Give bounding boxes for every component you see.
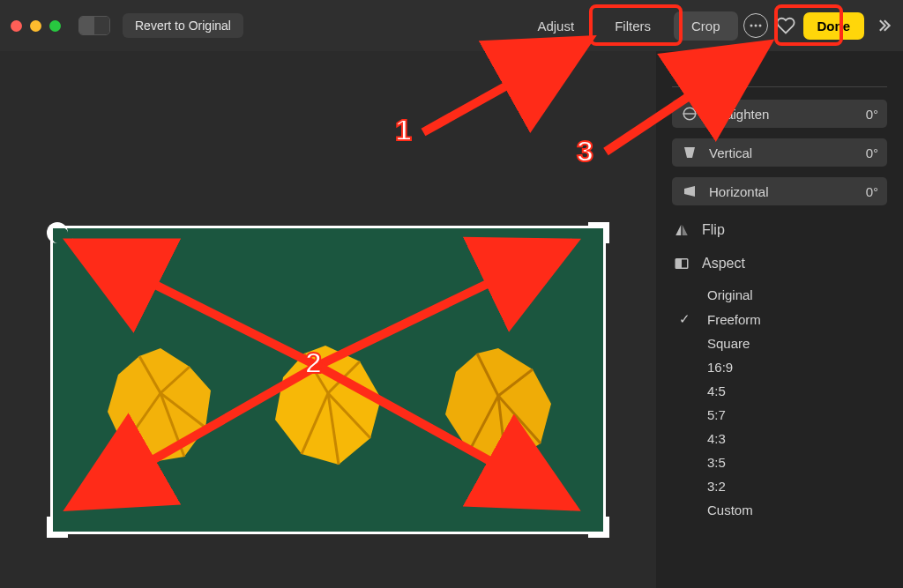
aspect-option[interactable]: 3:2 (672, 474, 887, 498)
checkmark-icon: ✓ (679, 311, 697, 327)
crop-handle-top-left[interactable] (47, 222, 68, 243)
straighten-value: 0° (866, 107, 878, 122)
aspect-label: Aspect (702, 256, 887, 272)
filters-tab[interactable]: Filters (597, 11, 668, 41)
aspect-option-label: Freeform (707, 312, 887, 327)
top-toolbar: Revert to Original Adjust Filters Crop D… (0, 0, 903, 51)
aspect-option[interactable]: 5:7 (672, 403, 887, 427)
svg-rect-10 (675, 259, 682, 269)
ellipsis-icon (750, 24, 762, 27)
aspect-option-label: 4:5 (707, 383, 887, 398)
image-object-center (262, 340, 394, 473)
crop-handle-top-right[interactable] (588, 222, 609, 243)
vertical-value: 0° (866, 145, 878, 160)
aspect-option[interactable]: ✓Freeform (672, 307, 887, 331)
flip-button[interactable]: Flip (672, 216, 887, 244)
view-mode-toggle[interactable] (78, 16, 110, 35)
crop-tab[interactable]: Crop (674, 11, 738, 41)
aspect-option[interactable]: Original (672, 283, 887, 307)
adjust-tab[interactable]: Adjust (519, 11, 592, 41)
image-object-right (429, 340, 562, 473)
favorite-button[interactable] (773, 13, 798, 38)
vertical-label: Vertical (709, 145, 855, 160)
chevron-double-right-icon (875, 17, 892, 34)
straighten-control[interactable]: Straighten 0° (672, 100, 887, 128)
svg-marker-8 (683, 225, 688, 235)
aspect-option[interactable]: 16:9 (672, 355, 887, 379)
crop-frame[interactable] (50, 226, 606, 534)
svg-marker-7 (675, 225, 681, 235)
straighten-icon (681, 106, 698, 122)
aspect-options-list: Original✓FreeformSquare16:94:55:74:33:53… (672, 283, 887, 522)
aspect-option[interactable]: 4:3 (672, 427, 887, 450)
vertical-skew-icon (681, 145, 698, 160)
fullscreen-window-button[interactable] (49, 20, 61, 32)
aspect-option-label: 3:2 (707, 479, 887, 494)
horizontal-control[interactable]: Horizontal 0° (672, 177, 887, 205)
aspect-option-label: 3:5 (707, 455, 887, 470)
aspect-option-label: 5:7 (707, 407, 887, 422)
horizontal-value: 0° (866, 184, 878, 199)
more-options-button[interactable] (743, 13, 768, 38)
horizontal-label: Horizontal (709, 184, 855, 199)
revert-button[interactable]: Revert to Original (123, 13, 243, 38)
aspect-option-label: Custom (707, 502, 887, 517)
aspect-option[interactable]: Square (672, 331, 887, 355)
done-button[interactable]: Done (803, 12, 865, 40)
aspect-menu[interactable]: Aspect (672, 249, 887, 278)
flip-icon (672, 222, 691, 238)
heart-icon (776, 16, 795, 35)
aspect-option[interactable]: Custom (672, 498, 887, 522)
image-canvas (0, 210, 656, 588)
svg-point-1 (754, 25, 757, 27)
flip-label: Flip (702, 222, 887, 238)
window-controls (11, 20, 61, 32)
image-content (50, 226, 606, 534)
crop-side-panel: CROP Straighten 0° Vertical 0° Horizonta… (656, 51, 903, 588)
svg-point-0 (750, 25, 752, 27)
horizontal-skew-icon (681, 183, 698, 199)
crop-handle-bottom-left[interactable] (47, 517, 68, 538)
toolbar-overflow-button[interactable] (875, 17, 892, 34)
aspect-option-label: Original (707, 287, 887, 302)
svg-marker-6 (684, 186, 695, 197)
vertical-control[interactable]: Vertical 0° (672, 138, 887, 167)
minimize-window-button[interactable] (30, 20, 41, 32)
straighten-label: Straighten (709, 107, 855, 122)
svg-point-2 (758, 25, 761, 27)
aspect-option-label: 4:3 (707, 431, 887, 446)
aspect-option-label: Square (707, 336, 887, 351)
aspect-option[interactable]: 3:5 (672, 450, 887, 474)
aspect-option[interactable]: 4:5 (672, 379, 887, 403)
crop-handle-bottom-right[interactable] (588, 517, 609, 538)
close-window-button[interactable] (11, 20, 22, 32)
aspect-icon (672, 256, 691, 272)
image-object-left (94, 340, 227, 473)
svg-marker-5 (684, 147, 695, 158)
panel-section-title: CROP (672, 65, 887, 87)
aspect-option-label: 16:9 (707, 360, 887, 375)
